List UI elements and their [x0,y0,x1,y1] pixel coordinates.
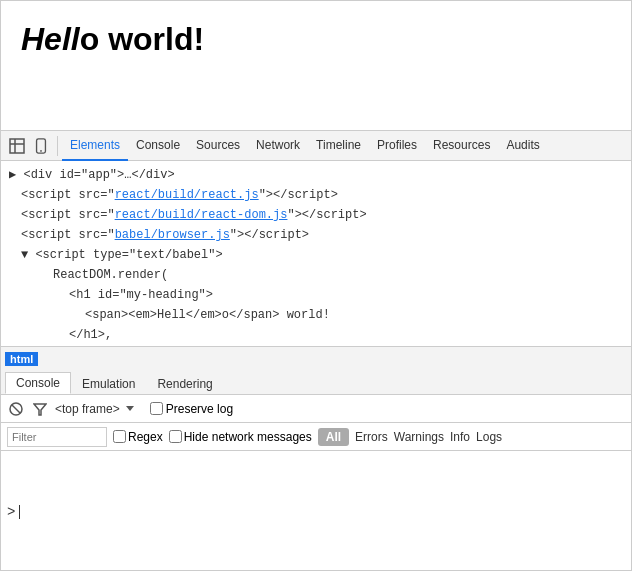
console-input-area[interactable]: > [1,451,631,571]
code-line-4: <script src="babel/browser.js"></script> [1,225,631,245]
preview-area: Hello world! [1,1,631,131]
svg-point-4 [40,150,42,152]
tab-console[interactable]: Console [128,131,188,161]
tabs-separator [57,136,58,156]
bottom-tabs: Console Emulation Rendering [1,369,631,395]
code-line-5: ▼ <script type="text/babel"> [1,245,631,265]
filter-input[interactable] [7,427,107,447]
filter-icon[interactable] [31,400,49,418]
regex-checkbox[interactable] [113,430,126,443]
inspector-icon[interactable] [5,134,29,158]
svg-line-6 [12,405,20,413]
tab-network[interactable]: Network [248,131,308,161]
console-toolbar: <top frame> Preserve log [1,395,631,423]
level-logs-btn[interactable]: Logs [476,430,502,444]
tab-sources[interactable]: Sources [188,131,248,161]
react-link[interactable]: react/build/react.js [115,188,259,202]
react-dom-link[interactable]: react/build/react-dom.js [115,208,288,222]
preserve-log-input[interactable] [150,402,163,415]
level-errors-btn[interactable]: Errors [355,430,388,444]
tab-profiles[interactable]: Profiles [369,131,425,161]
code-line-3: <script src="react/build/react-dom.js"><… [1,205,631,225]
babel-link[interactable]: babel/browser.js [115,228,230,242]
frame-dropdown-icon [126,406,134,411]
devtools-tabs-bar: Elements Console Sources Network Timelin… [1,131,631,161]
elements-panel: ▶ <div id="app">…</div> <script src="rea… [1,161,631,347]
code-line-1: ▶ <div id="app">…</div> [1,165,631,185]
filter-bar: Regex Hide network messages All Errors W… [1,423,631,451]
regex-label: Regex [128,430,163,444]
console-area: <top frame> Preserve log Regex Hide netw… [1,395,631,571]
clear-console-icon[interactable] [7,400,25,418]
hide-network-option[interactable]: Hide network messages [169,430,312,444]
devtools-panel: Elements Console Sources Network Timelin… [1,131,631,571]
tab-resources[interactable]: Resources [425,131,498,161]
hide-network-checkbox[interactable] [169,430,182,443]
bottom-tab-rendering[interactable]: Rendering [146,372,223,394]
level-warnings-btn[interactable]: Warnings [394,430,444,444]
svg-marker-7 [34,404,46,415]
preserve-log-label: Preserve log [166,402,233,416]
heading-normal: o world! [80,21,204,57]
console-cursor [19,505,20,519]
html-badge: html [5,352,38,366]
code-line-6: ReactDOM.render( [1,265,631,285]
code-line-9: </h1>, [1,325,631,345]
frame-selector[interactable]: <top frame> [55,402,134,416]
bottom-tab-console[interactable]: Console [5,372,71,394]
hide-network-label: Hide network messages [184,430,312,444]
regex-option[interactable]: Regex [113,430,163,444]
heading-italic: Hell [21,21,80,57]
code-line-2: <script src="react/build/react.js"></scr… [1,185,631,205]
tab-elements[interactable]: Elements [62,131,128,161]
code-line-7: <h1 id="my-heading"> [1,285,631,305]
level-all-btn[interactable]: All [318,428,349,446]
frame-label: <top frame> [55,402,120,416]
level-info-btn[interactable]: Info [450,430,470,444]
console-prompt: > [7,504,15,520]
tab-timeline[interactable]: Timeline [308,131,369,161]
preserve-log-checkbox[interactable]: Preserve log [150,402,233,416]
bottom-tab-emulation[interactable]: Emulation [71,372,146,394]
tab-audits[interactable]: Audits [498,131,547,161]
mobile-icon[interactable] [29,134,53,158]
preview-heading: Hello world! [21,21,611,58]
code-line-8: <span><em>Hell</em>o</span> world! [1,305,631,325]
svg-rect-0 [10,139,24,153]
